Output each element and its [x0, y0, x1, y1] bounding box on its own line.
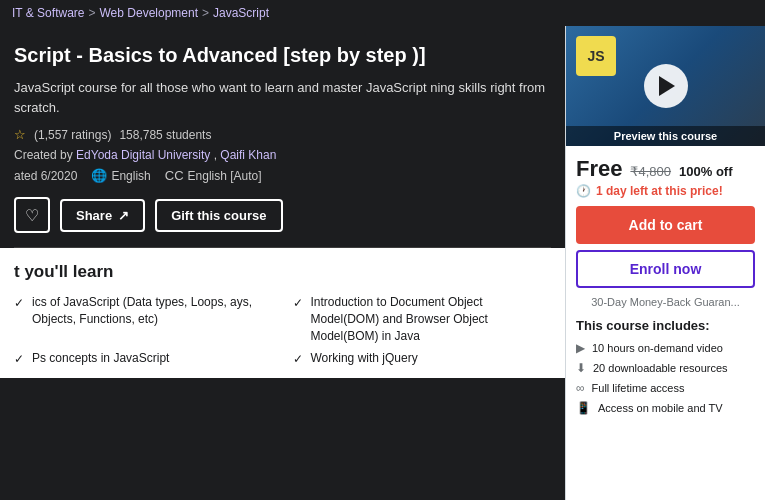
- play-icon: [659, 76, 675, 96]
- meta-row: ated 6/2020 🌐 English CC English [Auto]: [14, 168, 551, 183]
- guarantee-text: 30-Day Money-Back Guaran...: [576, 296, 755, 308]
- share-label: Share: [76, 208, 112, 223]
- urgency-text: 1 day left at this price!: [596, 184, 723, 198]
- preview-thumbnail[interactable]: JS Preview this course: [566, 26, 765, 146]
- heart-icon: ♡: [25, 206, 39, 225]
- learn-section: t you'll learn ✓ ics of JavaScript (Data…: [0, 248, 565, 378]
- learn-item-2: ✓ Ps concepts in JavaScript: [14, 350, 273, 368]
- breadcrumb-sep1: >: [88, 6, 95, 20]
- includes-item-0: ▶ 10 hours on-demand video: [576, 341, 755, 355]
- ratings-row: ☆ (1,557 ratings) 158,785 students: [14, 127, 551, 142]
- includes-text-2: Full lifetime access: [592, 382, 685, 394]
- js-badge: JS: [576, 36, 616, 76]
- mobile-icon: 📱: [576, 401, 591, 415]
- action-row: ♡ Share ↗ Gift this course: [14, 197, 551, 233]
- creator-label: Created by: [14, 148, 76, 162]
- breadcrumb-current: JavaScript: [213, 6, 269, 20]
- video-icon: ▶: [576, 341, 585, 355]
- urgency-row: 🕐 1 day left at this price!: [576, 184, 755, 198]
- language-label: English: [111, 169, 150, 183]
- creator2-link[interactable]: Qaifi Khan: [220, 148, 276, 162]
- gift-button[interactable]: Gift this course: [155, 199, 282, 232]
- share-button[interactable]: Share ↗: [60, 199, 145, 232]
- check-icon-0: ✓: [14, 295, 24, 312]
- main-layout: Script - Basics to Advanced [step by ste…: [0, 26, 765, 500]
- globe-icon: 🌐: [91, 168, 107, 183]
- rating-count[interactable]: (1,557 ratings): [34, 128, 111, 142]
- check-icon-3: ✓: [293, 351, 303, 368]
- price-original: ₹4,800: [630, 164, 671, 179]
- course-title: Script - Basics to Advanced [step by ste…: [14, 42, 551, 68]
- includes-item-2: ∞ Full lifetime access: [576, 381, 755, 395]
- download-icon: ⬇: [576, 361, 586, 375]
- price-row: Free ₹4,800 100% off: [576, 156, 755, 182]
- breadcrumb-it: IT & Software: [12, 6, 84, 20]
- preview-label: Preview this course: [566, 126, 765, 146]
- clock-icon: 🕐: [576, 184, 591, 198]
- js-badge-text: JS: [587, 48, 604, 64]
- check-icon-1: ✓: [293, 295, 303, 312]
- course-sidebar: JS Preview this course Free ₹4,800 100% …: [565, 26, 765, 500]
- enroll-button[interactable]: Enroll now: [576, 250, 755, 288]
- includes-text-0: 10 hours on-demand video: [592, 342, 723, 354]
- includes-item-3: 📱 Access on mobile and TV: [576, 401, 755, 415]
- course-description: JavaScript course for all those who want…: [14, 78, 551, 117]
- learn-item-0: ✓ ics of JavaScript (Data types, Loops, …: [14, 294, 273, 344]
- student-count: 158,785 students: [119, 128, 211, 142]
- add-to-cart-button[interactable]: Add to cart: [576, 206, 755, 244]
- learn-item-1: ✓ Introduction to Document Object Model(…: [293, 294, 552, 344]
- price-discount: 100% off: [679, 164, 732, 179]
- gift-label: Gift this course: [171, 208, 266, 223]
- learn-item-3: ✓ Working with jQuery: [293, 350, 552, 368]
- includes-text-1: 20 downloadable resources: [593, 362, 728, 374]
- subtitles-label: English [Auto]: [188, 169, 262, 183]
- learn-text-3: Working with jQuery: [311, 350, 418, 367]
- updated-label: ated 6/2020: [14, 169, 77, 183]
- updated-item: ated 6/2020: [14, 169, 77, 183]
- learn-text-1: Introduction to Document Object Model(DO…: [311, 294, 552, 344]
- learn-grid: ✓ ics of JavaScript (Data types, Loops, …: [14, 294, 551, 368]
- learn-text-2: Ps concepts in JavaScript: [32, 350, 169, 367]
- creators-row: Created by EdYoda Digital University , Q…: [14, 148, 551, 162]
- subtitles-item: CC English [Auto]: [165, 168, 262, 183]
- includes-text-3: Access on mobile and TV: [598, 402, 723, 414]
- share-icon: ↗: [118, 208, 129, 223]
- star-icon: ☆: [14, 127, 26, 142]
- pricing-area: Free ₹4,800 100% off 🕐 1 day left at thi…: [566, 146, 765, 429]
- language-item: 🌐 English: [91, 168, 150, 183]
- breadcrumb-web[interactable]: Web Development: [100, 6, 199, 20]
- breadcrumb: IT & Software > Web Development > JavaSc…: [0, 0, 765, 26]
- includes-list: ▶ 10 hours on-demand video ⬇ 20 download…: [576, 341, 755, 415]
- wishlist-button[interactable]: ♡: [14, 197, 50, 233]
- breadcrumb-sep2: >: [202, 6, 209, 20]
- includes-item-1: ⬇ 20 downloadable resources: [576, 361, 755, 375]
- play-button[interactable]: [644, 64, 688, 108]
- check-icon-2: ✓: [14, 351, 24, 368]
- learn-title: t you'll learn: [14, 262, 551, 282]
- cc-icon: CC: [165, 168, 184, 183]
- course-info-panel: Script - Basics to Advanced [step by ste…: [0, 26, 565, 500]
- creator1-link[interactable]: EdYoda Digital University: [76, 148, 210, 162]
- learn-text-0: ics of JavaScript (Data types, Loops, ay…: [32, 294, 273, 328]
- price-free: Free: [576, 156, 622, 182]
- includes-title: This course includes:: [576, 318, 755, 333]
- infinity-icon: ∞: [576, 381, 585, 395]
